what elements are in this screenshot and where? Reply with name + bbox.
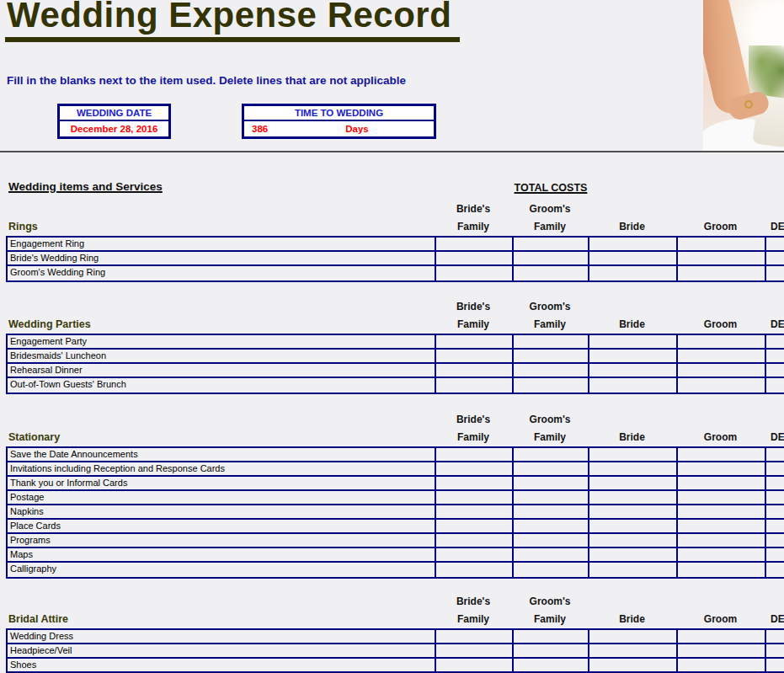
truncated-amount-cell[interactable] — [766, 659, 784, 671]
groom-amount-cell[interactable] — [678, 364, 766, 377]
item-name-cell[interactable]: Postage — [8, 491, 436, 504]
truncated-amount-cell[interactable] — [766, 238, 784, 250]
brides-family-amount-cell[interactable] — [436, 252, 514, 264]
truncated-amount-cell[interactable] — [766, 335, 784, 348]
brides-family-amount-cell[interactable] — [436, 266, 514, 280]
groom-amount-cell[interactable] — [678, 505, 766, 518]
groom-amount-cell[interactable] — [678, 630, 766, 643]
item-name-cell[interactable]: Thank you or Informal Cards — [8, 477, 436, 489]
truncated-amount-cell[interactable] — [766, 505, 784, 518]
grooms-family-amount-cell[interactable] — [514, 238, 589, 250]
bride-amount-cell[interactable] — [589, 462, 678, 475]
item-name-cell[interactable]: Programs — [8, 534, 436, 547]
brides-family-amount-cell[interactable] — [436, 548, 514, 561]
groom-amount-cell[interactable] — [678, 477, 766, 489]
truncated-amount-cell[interactable] — [766, 520, 784, 532]
item-name-cell[interactable]: Shoes — [8, 659, 436, 671]
grooms-family-amount-cell[interactable] — [514, 335, 589, 348]
item-name-cell[interactable]: Headpiece/Veil — [8, 644, 436, 657]
groom-amount-cell[interactable] — [678, 252, 766, 264]
item-name-cell[interactable]: Napkins — [8, 505, 436, 518]
brides-family-amount-cell[interactable] — [436, 364, 514, 377]
brides-family-amount-cell[interactable] — [436, 238, 514, 250]
brides-family-amount-cell[interactable] — [436, 462, 514, 475]
grooms-family-amount-cell[interactable] — [514, 364, 589, 377]
truncated-amount-cell[interactable] — [766, 378, 784, 393]
groom-amount-cell[interactable] — [678, 491, 766, 504]
truncated-amount-cell[interactable] — [766, 534, 784, 547]
brides-family-amount-cell[interactable] — [436, 477, 514, 489]
wedding-date-value[interactable]: December 28, 2016 — [60, 121, 168, 136]
item-name-cell[interactable]: Bridesmaids' Luncheon — [8, 350, 436, 362]
groom-amount-cell[interactable] — [678, 238, 766, 250]
groom-amount-cell[interactable] — [678, 448, 766, 461]
bride-amount-cell[interactable] — [589, 563, 678, 577]
bride-amount-cell[interactable] — [589, 520, 678, 532]
item-name-cell[interactable]: Bride's Wedding Ring — [8, 252, 436, 264]
brides-family-amount-cell[interactable] — [436, 659, 514, 671]
item-name-cell[interactable]: Wedding Dress — [8, 630, 436, 643]
truncated-amount-cell[interactable] — [766, 350, 784, 362]
truncated-amount-cell[interactable] — [766, 252, 784, 264]
bride-amount-cell[interactable] — [589, 491, 678, 504]
truncated-amount-cell[interactable] — [766, 364, 784, 377]
groom-amount-cell[interactable] — [678, 350, 766, 362]
groom-amount-cell[interactable] — [678, 378, 766, 393]
item-name-cell[interactable]: Invitations including Reception and Resp… — [8, 462, 436, 475]
grooms-family-amount-cell[interactable] — [514, 477, 589, 489]
groom-amount-cell[interactable] — [678, 563, 766, 577]
truncated-amount-cell[interactable] — [766, 563, 784, 577]
brides-family-amount-cell[interactable] — [436, 630, 514, 643]
groom-amount-cell[interactable] — [678, 659, 766, 671]
groom-amount-cell[interactable] — [678, 534, 766, 547]
bride-amount-cell[interactable] — [589, 238, 678, 250]
item-name-cell[interactable]: Out-of-Town Guests' Brunch — [8, 378, 436, 393]
days-count-value[interactable]: 386 — [252, 121, 268, 136]
item-name-cell[interactable]: Engagement Ring — [8, 238, 436, 250]
grooms-family-amount-cell[interactable] — [514, 563, 589, 577]
brides-family-amount-cell[interactable] — [436, 563, 514, 577]
bride-amount-cell[interactable] — [589, 644, 678, 657]
bride-amount-cell[interactable] — [589, 534, 678, 547]
grooms-family-amount-cell[interactable] — [514, 644, 589, 657]
bride-amount-cell[interactable] — [589, 505, 678, 518]
brides-family-amount-cell[interactable] — [436, 335, 514, 348]
groom-amount-cell[interactable] — [678, 462, 766, 475]
brides-family-amount-cell[interactable] — [436, 448, 514, 461]
item-name-cell[interactable]: Save the Date Announcements — [8, 448, 436, 461]
bride-amount-cell[interactable] — [589, 548, 678, 561]
item-name-cell[interactable]: Maps — [8, 548, 436, 561]
grooms-family-amount-cell[interactable] — [514, 630, 589, 643]
groom-amount-cell[interactable] — [678, 335, 766, 348]
grooms-family-amount-cell[interactable] — [514, 350, 589, 362]
grooms-family-amount-cell[interactable] — [514, 378, 589, 393]
bride-amount-cell[interactable] — [589, 659, 678, 671]
grooms-family-amount-cell[interactable] — [514, 534, 589, 547]
truncated-amount-cell[interactable] — [766, 477, 784, 489]
truncated-amount-cell[interactable] — [766, 630, 784, 643]
brides-family-amount-cell[interactable] — [436, 350, 514, 362]
truncated-amount-cell[interactable] — [766, 644, 784, 657]
grooms-family-amount-cell[interactable] — [514, 659, 589, 671]
item-name-cell[interactable]: Rehearsal Dinner — [8, 364, 436, 377]
groom-amount-cell[interactable] — [678, 548, 766, 561]
truncated-amount-cell[interactable] — [766, 491, 784, 504]
bride-amount-cell[interactable] — [589, 335, 678, 348]
grooms-family-amount-cell[interactable] — [514, 462, 589, 475]
bride-amount-cell[interactable] — [589, 266, 678, 280]
bride-amount-cell[interactable] — [589, 364, 678, 377]
groom-amount-cell[interactable] — [678, 520, 766, 532]
bride-amount-cell[interactable] — [589, 378, 678, 393]
grooms-family-amount-cell[interactable] — [514, 491, 589, 504]
brides-family-amount-cell[interactable] — [436, 505, 514, 518]
brides-family-amount-cell[interactable] — [436, 534, 514, 547]
grooms-family-amount-cell[interactable] — [514, 520, 589, 532]
truncated-amount-cell[interactable] — [766, 462, 784, 475]
truncated-amount-cell[interactable] — [766, 548, 784, 561]
item-name-cell[interactable]: Engagement Party — [8, 335, 436, 348]
bride-amount-cell[interactable] — [589, 350, 678, 362]
grooms-family-amount-cell[interactable] — [514, 448, 589, 461]
truncated-amount-cell[interactable] — [766, 448, 784, 461]
grooms-family-amount-cell[interactable] — [514, 505, 589, 518]
groom-amount-cell[interactable] — [678, 644, 766, 657]
